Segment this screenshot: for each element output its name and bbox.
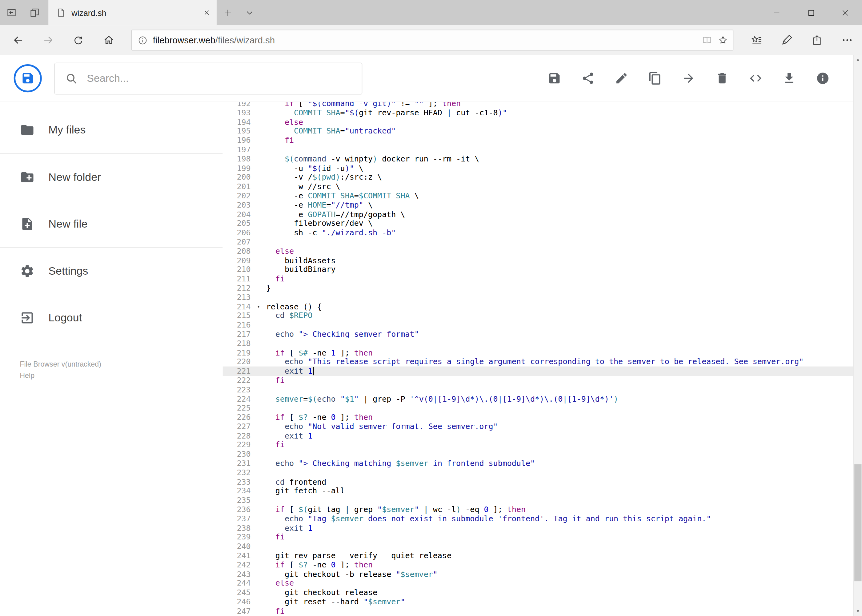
- download-button[interactable]: [782, 71, 796, 85]
- code-line[interactable]: 207: [223, 237, 853, 247]
- info-button[interactable]: [816, 71, 830, 85]
- forward-icon[interactable]: [33, 25, 63, 55]
- code-line[interactable]: 228 exit 1: [223, 431, 853, 440]
- code-line[interactable]: 223: [223, 385, 853, 394]
- code-line[interactable]: 233 cd frontend: [223, 477, 853, 487]
- filebrowser-logo[interactable]: [14, 64, 42, 92]
- code-line[interactable]: 243 git checkout -b release "$semver": [223, 570, 853, 579]
- code-line[interactable]: 213: [223, 293, 853, 302]
- code-line[interactable]: 194 else: [223, 118, 853, 127]
- code-line[interactable]: 234 git fetch --all: [223, 487, 853, 496]
- scroll-up-icon[interactable]: ▲: [854, 55, 862, 64]
- reading-view-icon[interactable]: [702, 35, 713, 46]
- share-icon[interactable]: [802, 25, 832, 55]
- sidebar-item-settings[interactable]: Settings: [0, 248, 223, 295]
- rename-button[interactable]: [615, 71, 629, 85]
- search-box[interactable]: [55, 63, 362, 94]
- scrollbar-thumb[interactable]: [854, 464, 861, 581]
- code-line[interactable]: 197: [223, 145, 853, 154]
- code-line[interactable]: 235: [223, 496, 853, 505]
- code-line[interactable]: 220 echo "This release script requires a…: [223, 357, 853, 366]
- back-icon[interactable]: [3, 25, 33, 55]
- search-input[interactable]: [86, 72, 352, 85]
- code-line[interactable]: 222 fi: [223, 376, 853, 385]
- code-line[interactable]: 241 git rev-parse --verify --quiet relea…: [223, 551, 853, 560]
- new-tab-button[interactable]: [217, 0, 238, 25]
- code-line[interactable]: 215 cd $REPO: [223, 311, 853, 321]
- scroll-down-icon[interactable]: ▼: [854, 607, 862, 616]
- code-line[interactable]: 203 -e HOME="//tmp" \: [223, 201, 853, 210]
- help-link[interactable]: Help: [20, 370, 101, 381]
- fold-toggle-icon[interactable]: ▾: [257, 303, 260, 310]
- code-line[interactable]: 247 fi: [223, 607, 853, 615]
- code-line[interactable]: 238 exit 1: [223, 523, 853, 533]
- code-line[interactable]: 227 echo "Not valid semver format. See s…: [223, 422, 853, 431]
- tab-list-chevron-icon[interactable]: [238, 0, 260, 25]
- code-line[interactable]: 216: [223, 321, 853, 330]
- code-line[interactable]: 221 exit 1: [223, 366, 853, 376]
- move-button[interactable]: [682, 71, 695, 85]
- code-line[interactable]: 212}: [223, 284, 853, 293]
- code-line[interactable]: 202 -e COMMIT_SHA=$COMMIT_SHA \: [223, 191, 853, 201]
- copy-button[interactable]: [648, 71, 662, 85]
- code-line[interactable]: 240: [223, 542, 853, 551]
- minimize-button[interactable]: [760, 0, 794, 25]
- code-line[interactable]: 245 git checkout release: [223, 588, 853, 597]
- code-editor[interactable]: 192 if [ "$(command -v git)" != "" ]; th…: [223, 102, 853, 615]
- web-note-icon[interactable]: [771, 25, 801, 55]
- code-line[interactable]: 206 sh -c "./wizard.sh -b": [223, 228, 853, 237]
- code-line[interactable]: 211 fi: [223, 274, 853, 284]
- set-tabs-aside-icon[interactable]: [0, 0, 23, 25]
- share-button[interactable]: [581, 71, 595, 85]
- sidebar-item-logout[interactable]: Logout: [0, 295, 223, 341]
- more-options-icon[interactable]: [832, 25, 862, 55]
- maximize-button[interactable]: [794, 0, 828, 25]
- url-text[interactable]: filebrowser.web/files/wizard.sh: [153, 35, 697, 45]
- home-icon[interactable]: [93, 25, 124, 55]
- browser-tab[interactable]: wizard.sh: [48, 0, 217, 25]
- sidebar-item-my-files[interactable]: My files: [0, 107, 223, 154]
- code-line[interactable]: 200 -v /$(pwd):/src:z \: [223, 173, 853, 182]
- code-line[interactable]: 226 if [ $? -ne 0 ]; then: [223, 413, 853, 422]
- code-line[interactable]: 204 -e GOPATH=//tmp/gopath \: [223, 210, 853, 219]
- code-line[interactable]: 210 buildBinary: [223, 265, 853, 274]
- sidebar-item-new-file[interactable]: New file: [0, 201, 223, 247]
- code-line[interactable]: 237 echo "Tag $semver does not exist in …: [223, 514, 853, 523]
- tab-close-icon[interactable]: [201, 7, 212, 18]
- close-button[interactable]: [828, 0, 862, 25]
- code-line[interactable]: 219 if [ $# -ne 1 ]; then: [223, 348, 853, 357]
- code-line[interactable]: 217 echo "> Checking semver format": [223, 330, 853, 339]
- code-line[interactable]: 209 buildAssets: [223, 256, 853, 265]
- code-line[interactable]: 193 COMMIT_SHA="$(git rev-parse HEAD | c…: [223, 108, 853, 118]
- code-line[interactable]: 225: [223, 404, 853, 413]
- version-link[interactable]: File Browser v(untracked): [20, 358, 101, 370]
- code-line[interactable]: 196 fi: [223, 136, 853, 145]
- code-line[interactable]: 218: [223, 339, 853, 348]
- delete-button[interactable]: [715, 71, 729, 85]
- code-line[interactable]: 201 -w //src \: [223, 182, 853, 191]
- code-line[interactable]: 242 if [ $? -ne 0 ]; then: [223, 560, 853, 570]
- tabs-preview-icon[interactable]: [23, 0, 46, 25]
- code-line[interactable]: 230: [223, 449, 853, 459]
- refresh-icon[interactable]: [63, 25, 93, 55]
- code-line[interactable]: 229 fi: [223, 440, 853, 449]
- sidebar-item-new-folder[interactable]: New folder: [0, 154, 223, 201]
- code-view-button[interactable]: [749, 71, 763, 85]
- code-line[interactable]: 231 echo "> Checking matching $semver in…: [223, 459, 853, 468]
- site-info-icon[interactable]: [137, 35, 148, 45]
- save-button[interactable]: [547, 71, 561, 85]
- code-line[interactable]: 208 else: [223, 247, 853, 256]
- address-bar[interactable]: filebrowser.web/files/wizard.sh: [131, 30, 733, 50]
- code-line[interactable]: 195 COMMIT_SHA="untracked": [223, 127, 853, 136]
- code-line[interactable]: 199 -u "$(id -u)" \: [223, 163, 853, 173]
- code-line[interactable]: 224 semver=$(echo "$1" | grep -P '^v(0|[…: [223, 394, 853, 404]
- vertical-scrollbar[interactable]: ▲ ▼: [853, 55, 862, 616]
- code-line[interactable]: 239 fi: [223, 533, 853, 542]
- hub-favorites-icon[interactable]: [741, 25, 771, 55]
- code-line[interactable]: 205 filebrowser/dev \: [223, 219, 853, 228]
- code-line[interactable]: 232: [223, 468, 853, 477]
- code-line[interactable]: 244 else: [223, 579, 853, 588]
- code-line[interactable]: 246 git reset --hard "$semver": [223, 597, 853, 607]
- code-line[interactable]: 192 if [ "$(command -v git)" != "" ]; th…: [223, 102, 853, 108]
- code-line[interactable]: 198 $(command -v winpty) docker run --rm…: [223, 154, 853, 163]
